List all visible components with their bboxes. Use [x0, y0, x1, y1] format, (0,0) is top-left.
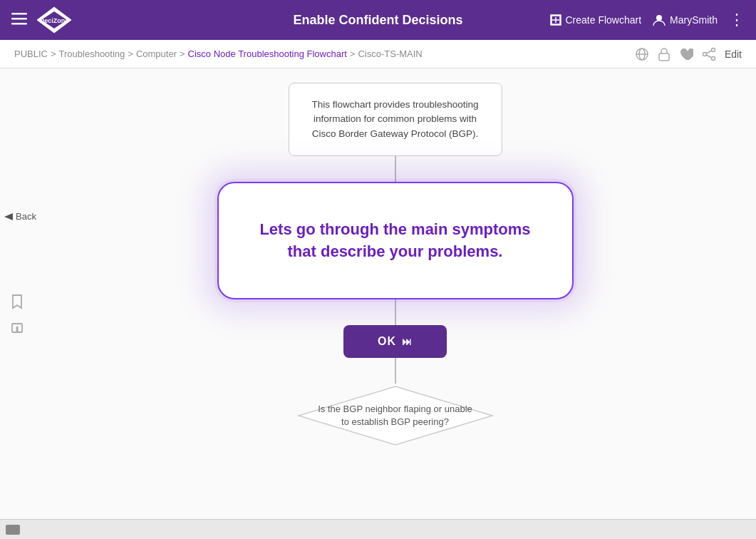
svg-point-13	[711, 56, 715, 60]
heart-icon-button[interactable]	[679, 48, 693, 61]
breadcrumb-public: PUBLIC	[14, 48, 48, 59]
breadcrumb-sep1: >	[51, 48, 56, 59]
header: DeciZone Enable Confident Decisions Crea…	[0, 0, 756, 40]
breadcrumb-actions: Edit	[635, 47, 742, 61]
header-title: Enable Confident Decisions	[293, 13, 462, 28]
breadcrumb-computer: Computer	[136, 48, 177, 59]
ok-button[interactable]: OK ⏭	[343, 325, 447, 358]
left-sidebar: Back !	[0, 68, 34, 539]
connector-1	[395, 156, 396, 182]
svg-rect-10	[659, 53, 669, 61]
menu-button[interactable]	[11, 11, 27, 30]
flow-main-box-text: Lets go through the main symptoms that d…	[247, 219, 544, 263]
svg-rect-1	[11, 18, 27, 20]
svg-line-14	[706, 55, 711, 57]
share-icon-button[interactable]	[702, 47, 716, 61]
bottom-bar	[0, 519, 756, 539]
breadcrumb-troubleshooting: Troubleshooting	[59, 48, 125, 59]
flow-info-text: This flowchart provides troubleshooting …	[311, 99, 478, 139]
logo-icon: DeciZone	[36, 6, 73, 34]
bookmark-button[interactable]	[11, 294, 24, 313]
breadcrumb-bar: PUBLIC > Troubleshooting > Computer > Ci…	[0, 40, 756, 68]
breadcrumb-node-name: Cisco-TS-MAIN	[358, 48, 422, 59]
back-button[interactable]: Back	[3, 211, 36, 222]
svg-text:DeciZone: DeciZone	[40, 17, 69, 24]
breadcrumb: PUBLIC > Troubleshooting > Computer > Ci…	[14, 48, 423, 59]
header-actions: Create Flowchart MarySmith ⋮	[550, 12, 745, 28]
svg-rect-2	[11, 23, 27, 25]
bottom-bar-icon	[6, 525, 20, 535]
create-flowchart-label: Create Flowchart	[566, 14, 642, 26]
flowchart-canvas: This flowchart provides troubleshooting …	[34, 68, 756, 539]
svg-point-11	[711, 48, 715, 51]
globe-icon-button[interactable]	[635, 47, 649, 61]
user-label: MarySmith	[670, 14, 718, 26]
breadcrumb-sep2: >	[128, 48, 133, 59]
svg-line-15	[706, 51, 711, 53]
flow-diamond: Is the BGP neighbor flaping or unable to…	[296, 384, 495, 448]
breadcrumb-sep4: >	[350, 48, 356, 59]
back-label: Back	[16, 211, 36, 222]
flow-info-box: This flowchart provides troubleshooting …	[289, 83, 502, 156]
flag-button[interactable]: !	[10, 322, 24, 339]
main-area: Back ! This flowchart provides troublesh…	[0, 68, 756, 539]
logo: DeciZone	[36, 6, 73, 34]
breadcrumb-flowchart-name[interactable]: Cisco Node Troubleshooting Flowchart	[188, 48, 347, 59]
flow-diamond-text: Is the BGP neighbor flaping or unable to…	[296, 403, 495, 428]
breadcrumb-sep3: >	[180, 48, 185, 59]
connector-3	[395, 358, 396, 384]
more-options-button[interactable]: ⋮	[729, 12, 745, 28]
flow-diamond-wrapper: Is the BGP neighbor flaping or unable to…	[296, 384, 495, 448]
lock-icon-button[interactable]	[658, 47, 670, 61]
ok-label: OK	[378, 335, 396, 348]
edit-button[interactable]: Edit	[725, 48, 742, 60]
svg-point-6	[656, 15, 662, 21]
svg-text:!: !	[16, 326, 19, 332]
svg-rect-0	[11, 13, 27, 15]
svg-marker-16	[4, 213, 13, 220]
connector-2	[395, 299, 396, 325]
next-icon: ⏭	[402, 336, 413, 347]
flow-main-box: Lets go through the main symptoms that d…	[217, 182, 574, 300]
create-flowchart-button[interactable]: Create Flowchart	[550, 14, 642, 26]
svg-point-12	[703, 52, 706, 56]
user-menu-button[interactable]: MarySmith	[653, 14, 718, 26]
